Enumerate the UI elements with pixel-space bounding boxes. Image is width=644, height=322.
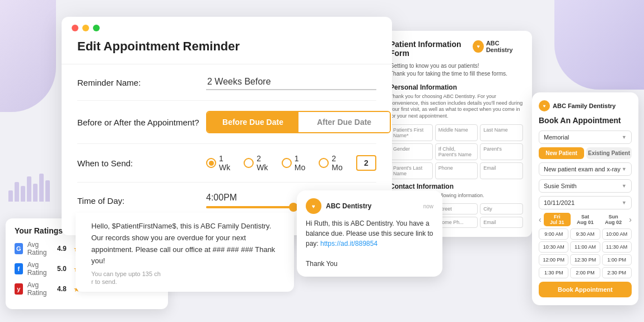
field-first-name: Patient's First Name* — [390, 124, 433, 141]
provider-select[interactable]: Susie Smith ▼ — [539, 179, 632, 193]
brand-name: ABC Dentistry — [486, 40, 523, 53]
google-avg-label: Avg Rating — [27, 241, 53, 256]
field-city: City — [480, 203, 523, 214]
chat-header: ♥ ABC Dentistry now — [306, 198, 433, 214]
before-after-row: Before or After the Appointment? Before … — [77, 101, 376, 144]
yelp-logo: y — [15, 283, 23, 295]
blob-topright — [554, 0, 644, 90]
message-area: Hello, $PatientFirstName$, this is ABC F… — [76, 213, 294, 292]
radio-circle-1mo — [282, 158, 292, 168]
location-arrow-icon: ▼ — [622, 134, 627, 140]
calendar-headers: FriJul 31 SatAug 01 SunAug 02 — [544, 213, 627, 226]
page-title: Edit Appointment Reminder — [62, 37, 392, 64]
book-appointment-card: ♥ ABC Family Dentistry Book An Appointme… — [532, 92, 638, 305]
field-email: Email — [480, 162, 523, 179]
close-dot[interactable] — [72, 25, 78, 31]
personal-fields-grid: Patient's First Name* Middle Name Last N… — [390, 124, 523, 179]
slot-1030am[interactable]: 10:30 AM — [539, 241, 568, 253]
google-logo: G — [15, 243, 23, 254]
slot-1200pm[interactable]: 12:00 PM — [539, 254, 568, 265]
after-due-date-button[interactable]: After Due Date — [298, 112, 390, 132]
field-phone: Phone — [435, 162, 478, 179]
radio-label-2mo: 2 Mo — [332, 154, 347, 172]
custom-weeks-input[interactable] — [356, 155, 376, 171]
yelp-avg-label: Avg Rating — [27, 281, 53, 297]
slider-fill — [206, 206, 292, 208]
titlebar — [62, 17, 392, 37]
contact-info-title: Contact Information — [390, 183, 523, 190]
book-appointment-button[interactable]: Book Appointment — [539, 282, 632, 297]
radio-label-2wk: 2 Wk — [256, 154, 272, 172]
provider-arrow-icon: ▼ — [622, 183, 627, 189]
book-brand: ♥ ABC Family Dentistry — [539, 100, 632, 111]
radio-circle-2mo — [319, 158, 329, 168]
personal-info-title: Personal Information — [390, 83, 523, 91]
book-brand-name: ABC Family Dentistry — [553, 102, 615, 109]
slot-230pm[interactable]: 2:30 PM — [602, 267, 632, 278]
new-patient-button[interactable]: New Patient — [539, 147, 584, 159]
cal-header-sat: SatAug 01 — [572, 213, 599, 226]
google-rating-value: 4.9 — [57, 245, 69, 253]
radio-circle-1wk — [206, 158, 216, 168]
reminder-name-control — [206, 74, 376, 90]
maximize-dot[interactable] — [93, 25, 100, 31]
chat-time: now — [423, 203, 433, 209]
field-gender: Gender — [390, 143, 433, 160]
calendar-nav: ‹ FriJul 31 SatAug 01 SunAug 02 › — [539, 213, 632, 226]
field-middle-name: Middle Name — [435, 124, 478, 141]
blob-topleft — [0, 0, 56, 112]
field-parent-name: If Child, Parent's Name — [435, 143, 478, 160]
cal-header-sun: SunAug 02 — [600, 213, 627, 226]
chart-bars — [8, 174, 50, 202]
service-value: New patient exam and x-ray — [544, 166, 620, 172]
message-text: Hello, $PatientFirstName$, this is ABC F… — [91, 221, 278, 267]
before-due-date-button[interactable]: Before Due Date — [207, 112, 298, 132]
location-select[interactable]: Memorial ▼ — [539, 130, 632, 144]
char-limit: You can type upto 135 ch — [91, 270, 278, 277]
slot-930am[interactable]: 9:30 AM — [570, 228, 600, 240]
slot-900am[interactable]: 9:00 AM — [539, 228, 568, 240]
radio-label-1wk: 1 Wk — [219, 154, 235, 172]
slot-1130am[interactable]: 11:30 AM — [602, 241, 632, 253]
when-send-row: When to Send: 1 Wk 2 Wk 1 Mo — [77, 144, 376, 183]
yelp-rating-value: 4.8 — [57, 285, 69, 293]
service-arrow-icon: ▼ — [622, 166, 627, 172]
slot-1230pm[interactable]: 12:30 PM — [570, 254, 600, 265]
radio-group: 1 Wk 2 Wk 1 Mo 2 Mo — [206, 154, 376, 172]
minimize-dot[interactable] — [82, 25, 89, 31]
calendar-prev-btn[interactable]: ‹ — [539, 215, 542, 224]
slot-130pm[interactable]: 1:30 PM — [539, 267, 568, 278]
radio-2mo[interactable]: 2 Mo — [319, 154, 347, 172]
radio-1mo[interactable]: 1 Mo — [282, 154, 310, 172]
when-send-label: When to Send: — [77, 158, 206, 168]
slot-200pm[interactable]: 2:00 PM — [570, 267, 600, 278]
field-contact-email: Email — [480, 217, 523, 228]
reminder-name-label: Reminder Name: — [77, 78, 206, 87]
chat-link[interactable]: https://ad.it/889854 — [320, 240, 377, 248]
toggle-group: Before Due Date After Due Date — [206, 111, 391, 133]
slot-100pm[interactable]: 1:00 PM — [602, 254, 632, 265]
radio-circle-2wk — [244, 158, 254, 168]
chat-footer: Thank You — [306, 260, 338, 268]
when-send-control: 1 Wk 2 Wk 1 Mo 2 Mo — [206, 154, 376, 172]
reminder-name-input[interactable] — [206, 74, 376, 90]
fb-rating-value: 5.0 — [57, 265, 69, 273]
service-select[interactable]: New patient exam and x-ray ▼ — [539, 162, 632, 176]
radio-label-1mo: 1 Mo — [295, 154, 310, 172]
fb-avg-label: Avg Rating — [27, 261, 53, 277]
patient-intro: Getting to know you as our patients!Than… — [390, 62, 523, 78]
radio-2wk[interactable]: 2 Wk — [244, 154, 272, 172]
patient-type-group: New Patient Existing Patient — [539, 147, 632, 159]
send-label: r to send. — [91, 278, 278, 285]
slot-1100am[interactable]: 11:00 AM — [570, 241, 600, 253]
date-select[interactable]: 10/11/2021 ▼ — [539, 196, 632, 209]
reminder-name-row: Reminder Name: — [77, 64, 376, 101]
date-value: 10/11/2021 — [544, 199, 575, 206]
field-last-name: Last Name — [480, 124, 523, 141]
existing-patient-button[interactable]: Existing Patient — [586, 147, 632, 159]
cal-header-fri: FriJul 31 — [544, 213, 571, 226]
calendar-next-btn[interactable]: › — [629, 215, 632, 224]
radio-1wk[interactable]: 1 Wk — [206, 154, 235, 172]
slot-1000am[interactable]: 10:00 AM — [602, 228, 632, 240]
patient-card-header: Patient Information Form ♥ ABC Dentistry — [390, 40, 523, 58]
